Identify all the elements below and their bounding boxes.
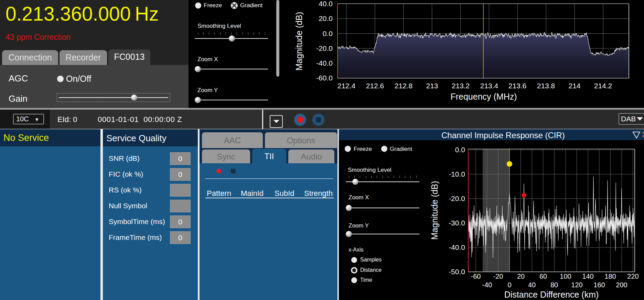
svg-text:214: 214	[568, 82, 580, 90]
svg-text:Magnitude (dB): Magnitude (dB)	[294, 12, 304, 71]
svg-text:60: 60	[539, 273, 547, 280]
svg-text:20: 20	[517, 273, 525, 280]
svg-text:0.0: 0.0	[455, 146, 465, 154]
svg-text:213.2: 213.2	[452, 82, 470, 90]
svg-text:-60.0: -60.0	[316, 74, 333, 82]
svg-text:140: 140	[582, 273, 593, 280]
svg-text:40.0: 40.0	[319, 0, 333, 8]
svg-text:20.0: 20.0	[319, 14, 333, 22]
svg-text:0.0: 0.0	[323, 30, 333, 37]
svg-text:-20: -20	[493, 273, 503, 280]
svg-text:Frequency (MHz): Frequency (MHz)	[450, 92, 517, 101]
svg-text:120: 120	[571, 281, 582, 289]
svg-text:213.8: 213.8	[537, 82, 555, 90]
svg-text:-10.0: -10.0	[449, 170, 465, 178]
svg-text:-40: -40	[482, 281, 492, 289]
svg-text:-20.0: -20.0	[449, 195, 465, 202]
svg-text:212.4: 212.4	[337, 82, 356, 90]
svg-text:213.6: 213.6	[508, 82, 527, 90]
svg-text:214.2: 214.2	[594, 82, 612, 90]
svg-text:100: 100	[560, 273, 571, 280]
svg-text:-40.0: -40.0	[449, 243, 465, 251]
svg-text:80: 80	[550, 281, 558, 289]
svg-text:0: 0	[507, 281, 511, 289]
svg-text:220: 220	[627, 273, 638, 280]
svg-text:-20.0: -20.0	[316, 44, 333, 52]
svg-text:-30.0: -30.0	[449, 219, 465, 227]
svg-text:40: 40	[528, 281, 536, 289]
svg-text:-60: -60	[471, 273, 481, 280]
svg-text:213: 213	[426, 82, 438, 90]
svg-text:212.6: 212.6	[366, 82, 384, 90]
svg-text:160: 160	[593, 281, 605, 289]
svg-text:-40.0: -40.0	[316, 59, 333, 67]
svg-text:Magnitude (dB): Magnitude (dB)	[430, 181, 439, 240]
svg-text:Distance Difference (km): Distance Difference (km)	[504, 290, 599, 299]
svg-text:200: 200	[616, 281, 627, 289]
svg-text:-50.0: -50.0	[449, 268, 465, 276]
svg-text:213.4: 213.4	[480, 82, 498, 90]
svg-text:180: 180	[604, 273, 616, 280]
svg-text:212.8: 212.8	[395, 82, 413, 90]
